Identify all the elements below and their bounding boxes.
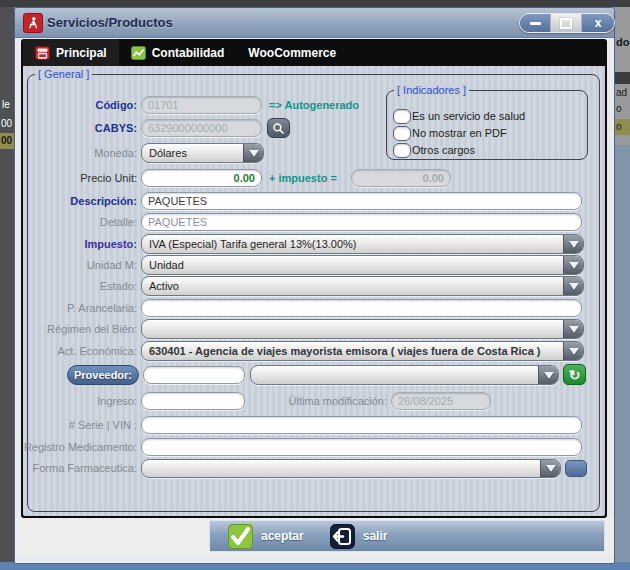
autogenerado-hint: => Autogenerado: [269, 99, 359, 111]
ingreso-field[interactable]: [141, 392, 245, 410]
history-icon: ↻: [569, 368, 581, 382]
ingreso-label: Ingreso:: [27, 395, 137, 408]
dialog-title: Servicios/Productos: [47, 15, 173, 30]
impuesto-value: IVA (Especial) Tarifa general 13%(13.00%…: [149, 238, 356, 250]
detalle-field[interactable]: [141, 213, 582, 231]
actividad-select[interactable]: 630401 - Agencia de viajes mayorista emi…: [141, 341, 584, 361]
chevron-down-icon: [563, 256, 583, 274]
title-bar[interactable]: Servicios/Productos x: [15, 8, 614, 38]
chevron-down-icon: [563, 277, 583, 295]
cabys-search-button[interactable]: [267, 118, 290, 138]
chevron-down-icon: [563, 320, 583, 338]
precio-con-impuesto-field: [351, 169, 451, 187]
tab-label: Principal: [56, 46, 107, 60]
estado-value: Activo: [149, 280, 179, 292]
screen: le 00 00 do ad o o Servicios/Productos: [0, 0, 630, 570]
regimen-select[interactable]: [141, 319, 584, 339]
precio-unit-label: Precio Unit:: [27, 172, 137, 185]
checkbox-no-mostrar-pdf[interactable]: [393, 126, 411, 141]
window-controls: x: [519, 13, 615, 33]
impuesto-select[interactable]: IVA (Especial) Tarifa general 13%(13.00%…: [141, 234, 584, 254]
proveedor-code-field[interactable]: [143, 366, 245, 384]
moneda-value: Dólares: [149, 147, 187, 159]
descripcion-label: Descripción:: [27, 195, 137, 208]
bg-fragment: 00: [1, 118, 12, 130]
arancelaria-field[interactable]: [141, 299, 582, 317]
detalle-label: Detalle:: [27, 216, 137, 229]
checkbox-otros-cargos[interactable]: [393, 143, 411, 158]
bg-fragment: le: [2, 99, 10, 111]
unidad-select[interactable]: Unidad: [141, 255, 584, 275]
unidad-value: Unidad: [149, 259, 184, 271]
serie-field[interactable]: [141, 416, 582, 434]
exit-label: salir: [363, 529, 388, 543]
chevron-down-icon: [243, 144, 263, 162]
bg-row-highlight: o: [614, 119, 630, 135]
cabys-field: [141, 119, 262, 137]
codigo-field: [141, 96, 262, 114]
tab-principal[interactable]: Principal: [23, 39, 119, 66]
modificacion-label: Última modificación:: [257, 395, 387, 408]
descripcion-field[interactable]: [141, 192, 582, 210]
serie-label: # Serie | VIN :: [27, 419, 137, 432]
impuesto-label: Impuesto:: [27, 238, 137, 251]
close-button[interactable]: x: [582, 14, 614, 32]
forma-extra-button[interactable]: [565, 460, 587, 477]
bg-row-highlight: 00: [0, 133, 14, 149]
minimize-button[interactable]: [520, 14, 550, 32]
bg-fragment: o: [616, 103, 622, 115]
proveedor-select[interactable]: [250, 365, 559, 385]
proveedor-button[interactable]: Proveedor:: [67, 365, 139, 385]
chart-icon: [131, 46, 146, 60]
chevron-down-icon: [540, 460, 560, 477]
accept-button[interactable]: aceptar: [228, 524, 322, 549]
checkbox-label: No mostrar en PDF: [412, 127, 507, 140]
bg-fragment: 00: [1, 135, 12, 147]
forma-select[interactable]: [141, 459, 561, 478]
tab-label: Contabilidad: [152, 46, 225, 60]
content-frame: Principal Contabilidad WooCommerce: [21, 39, 607, 518]
estado-select[interactable]: Activo: [141, 276, 584, 296]
tab-woocommerce[interactable]: WooCommerce: [236, 39, 348, 66]
checkbox-servicio-salud[interactable]: [393, 109, 411, 124]
impuesto-suffix-hint: + impuesto =: [269, 172, 337, 184]
proveedor-refresh-button[interactable]: ↻: [563, 364, 586, 385]
modificacion-field: [391, 392, 491, 410]
bg-fragment: do: [616, 36, 629, 48]
tab-bar: Principal Contabilidad WooCommerce: [21, 39, 607, 66]
background-window-right-lower: [614, 145, 630, 570]
background-window-top: [0, 0, 630, 7]
exit-button[interactable]: salir: [330, 524, 406, 549]
actividad-value: 630401 - Agencia de viajes mayorista emi…: [149, 345, 541, 357]
cabys-label: CABYS:: [27, 122, 137, 135]
background-window-left: le 00 00: [0, 0, 14, 570]
minimize-icon: [530, 22, 541, 25]
check-icon: [228, 524, 253, 549]
proveedor-button-label: Proveedor:: [74, 369, 132, 381]
bg-fragment: o: [616, 121, 622, 133]
accept-label: aceptar: [261, 529, 304, 543]
app-icon: [23, 13, 43, 33]
actividad-label: Act. Económica:: [27, 345, 137, 358]
close-icon: x: [595, 17, 602, 29]
search-icon: [272, 122, 285, 135]
moneda-select[interactable]: Dólares: [141, 143, 264, 163]
bg-row-dark: [614, 72, 630, 84]
regimen-label: Régimen del Bién:: [27, 323, 137, 336]
maximize-button[interactable]: [550, 14, 582, 32]
precio-unit-field[interactable]: [141, 169, 262, 187]
store-icon: [35, 46, 50, 60]
maximize-icon: [560, 18, 572, 29]
servicios-productos-dialog: Servicios/Productos x Principal: [14, 7, 615, 564]
bg-fragment: ad: [616, 87, 627, 99]
person-cart-icon: [26, 16, 40, 30]
registro-field[interactable]: [141, 438, 582, 456]
footer-toolbar: aceptar salir: [209, 520, 605, 552]
chevron-down-icon: [563, 235, 583, 253]
codigo-label: Código:: [27, 99, 137, 112]
checkbox-label: Otros cargos: [412, 144, 475, 157]
tab-contabilidad[interactable]: Contabilidad: [119, 39, 237, 66]
indicadores-group-label: [ Indicadores ]: [394, 84, 469, 96]
form-area: [ General ] [ Indicadores ] Es un servic…: [23, 66, 605, 516]
chevron-down-icon: [563, 342, 583, 360]
